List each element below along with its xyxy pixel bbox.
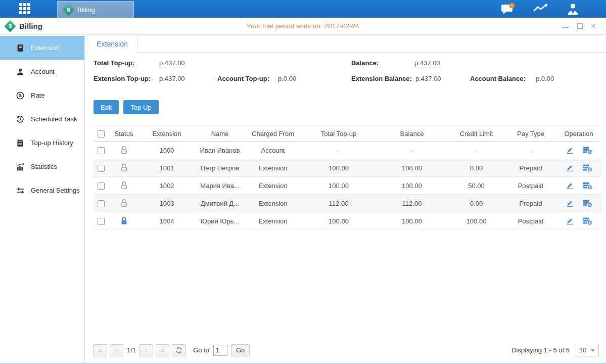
- account-balance-label: Account Balance:: [470, 75, 526, 82]
- edit-icon[interactable]: [566, 181, 574, 190]
- cell-operation: $: [556, 159, 601, 177]
- svg-text:$: $: [588, 203, 590, 207]
- reports-chart-icon[interactable]: [533, 3, 549, 15]
- cell-balance: 100.00: [377, 212, 447, 230]
- col-header-pay_type: Pay Type: [505, 126, 556, 142]
- edit-icon[interactable]: [566, 217, 574, 225]
- lock-open-icon: [120, 181, 128, 190]
- balance-summary: Total Top-up: p.437.00 Balance: p.437.00…: [85, 59, 606, 93]
- cell-operation: $: [556, 212, 601, 230]
- last-page-button[interactable]: »: [156, 344, 169, 356]
- cell-operation: $: [556, 177, 601, 195]
- cell-operation: $: [556, 195, 601, 212]
- cell-extension: 1000: [139, 142, 195, 159]
- topup-icon[interactable]: $: [582, 146, 592, 155]
- cell-credit_limit: 50.00: [447, 177, 505, 195]
- pagination-bar: « ‹ 1/1 › » Go to Go Displaying 1 - 5 of…: [85, 344, 606, 363]
- page-indicator: 1/1: [127, 346, 136, 354]
- maximize-button[interactable]: [577, 23, 583, 29]
- cell-charged_from: Extension: [245, 177, 301, 195]
- total-topup-value: p.437.00: [159, 59, 185, 67]
- window-title: $ Billing: [5, 22, 42, 30]
- tab-extension[interactable]: Extension: [87, 35, 137, 53]
- topup-icon[interactable]: $: [582, 199, 592, 208]
- window-header: $ Billing Your trial period ends on: 201…: [0, 18, 606, 35]
- cell-charged_from: Extension: [245, 159, 301, 177]
- user-account-icon[interactable]: [566, 3, 580, 15]
- topup-icon[interactable]: $: [582, 164, 592, 172]
- refresh-button[interactable]: [172, 344, 185, 356]
- sidebar-item-scheduled-task[interactable]: Scheduled Task: [0, 107, 84, 131]
- cell-extension: 1004: [139, 212, 195, 230]
- prev-page-button[interactable]: ‹: [110, 344, 123, 356]
- messages-icon[interactable]: !: [500, 3, 516, 16]
- cell-pay_type: Postpaid: [505, 212, 556, 230]
- edit-icon[interactable]: [566, 146, 574, 154]
- sidebar-item-general-settings[interactable]: General Settings: [0, 178, 84, 202]
- cell-extension: 1003: [139, 195, 195, 212]
- main-content: Extension Total Top-up: p.437.00 Balance…: [85, 35, 606, 363]
- sidebar-item-rate[interactable]: $ Rate: [0, 83, 84, 107]
- topup-button[interactable]: Top Up: [123, 100, 158, 114]
- account-balance-value: p.0.00: [536, 75, 554, 82]
- minimize-button[interactable]: [562, 24, 569, 28]
- sidebar-item-label: Rate: [31, 92, 44, 99]
- sidebar-item-label: Top-up History: [31, 139, 73, 147]
- svg-text:$: $: [19, 93, 22, 98]
- bar-chart-icon: [16, 163, 25, 171]
- sidebar-item-extension[interactable]: Extension: [0, 36, 84, 60]
- sidebar-item-topup-history[interactable]: Top-up History: [0, 131, 84, 155]
- cell-charged_from: Account: [245, 142, 301, 159]
- row-checkbox[interactable]: [98, 147, 105, 154]
- row-checkbox[interactable]: [98, 165, 105, 172]
- next-page-button[interactable]: ›: [139, 344, 153, 356]
- row-checkbox[interactable]: [98, 183, 105, 190]
- cell-name: Мария Ива...: [195, 177, 245, 195]
- window-controls: ×: [562, 23, 606, 29]
- page-size-dropdown[interactable]: 10: [575, 344, 599, 356]
- row-checkbox[interactable]: [98, 218, 105, 225]
- edit-icon[interactable]: [566, 199, 574, 207]
- sidebar-item-account[interactable]: Account: [0, 60, 84, 83]
- edit-button[interactable]: Edit: [94, 100, 119, 114]
- topup-icon[interactable]: $: [582, 217, 592, 225]
- account-topup-label: Account Top-up:: [217, 75, 269, 82]
- select-all-checkbox[interactable]: [98, 130, 105, 138]
- go-button[interactable]: Go: [231, 344, 250, 356]
- goto-page-input[interactable]: [213, 345, 227, 356]
- cell-total_topup: -: [301, 142, 377, 159]
- row-checkbox[interactable]: [98, 200, 105, 207]
- cell-operation: $: [556, 142, 601, 159]
- total-topup-label: Total Top-up:: [94, 59, 134, 67]
- first-page-button[interactable]: «: [94, 344, 107, 356]
- topbar: $ Billing !: [0, 0, 606, 18]
- tab-extension-label: Extension: [97, 40, 127, 48]
- svg-text:$: $: [588, 186, 590, 190]
- svg-text:$: $: [588, 221, 590, 225]
- cell-balance: 112.00: [377, 195, 447, 212]
- edit-icon[interactable]: [566, 164, 574, 172]
- history-clock-icon: [16, 115, 25, 123]
- table-row-1003: 1003Дмитрий Д...Extension112.00112.000.0…: [94, 195, 601, 212]
- extension-table: StatusExtensionNameCharged FromTotal Top…: [94, 125, 601, 230]
- ledger-icon: [16, 44, 25, 52]
- action-buttons: Edit Top Up: [94, 100, 606, 114]
- cell-pay_type: Prepaid: [505, 195, 556, 212]
- cell-balance: -: [377, 142, 447, 159]
- tabstrip: Extension: [85, 35, 606, 53]
- sidebar-item-statistics[interactable]: Statistics: [0, 155, 84, 178]
- chevron-down-icon: [591, 349, 595, 352]
- close-button[interactable]: ×: [591, 23, 598, 29]
- col-header-operation: Operation: [556, 126, 601, 142]
- extension-balance-label: Extension Balance:: [351, 75, 412, 82]
- sliders-icon: [16, 187, 25, 195]
- extension-balance-value: p.437.00: [415, 75, 441, 82]
- sidebar: Extension Account $ Rate Scheduled Task …: [0, 35, 85, 363]
- cell-total_topup: 100.00: [301, 212, 377, 230]
- topup-icon[interactable]: $: [582, 181, 592, 190]
- svg-text:$: $: [588, 168, 590, 172]
- cell-balance: 100.00: [377, 159, 447, 177]
- sidebar-item-label: Extension: [31, 44, 60, 52]
- app-tab-billing[interactable]: $ Billing: [57, 1, 134, 18]
- app-grid-icon[interactable]: [19, 3, 31, 15]
